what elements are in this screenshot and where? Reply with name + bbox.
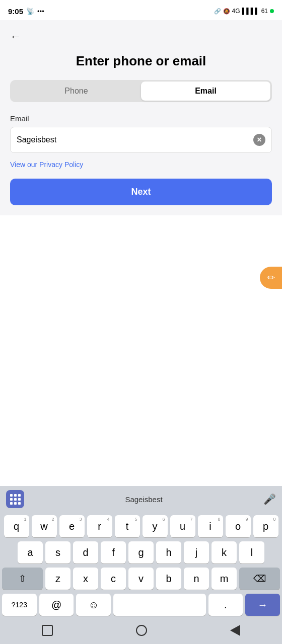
key-v[interactable]: v: [128, 568, 154, 590]
emoji-key[interactable]: ☺: [76, 594, 111, 616]
email-label: Email: [10, 114, 272, 123]
key-l[interactable]: l: [239, 541, 264, 564]
enter-key[interactable]: →: [245, 594, 280, 616]
battery-dot: [270, 9, 274, 13]
status-time: 9:05 📡 •••: [8, 7, 44, 16]
back-button[interactable]: ←: [10, 25, 21, 48]
key-s[interactable]: s: [45, 541, 70, 564]
key-m[interactable]: m: [212, 568, 237, 590]
key-q[interactable]: 1q: [4, 515, 29, 537]
keyboard-suggestion-bar: Sageisbest 🎤: [0, 486, 282, 512]
key-b[interactable]: b: [156, 568, 181, 590]
email-tab[interactable]: Email: [141, 82, 270, 101]
status-icons: 🔗 🔕 4G ▌▌▌▌ 61: [214, 8, 274, 15]
privacy-policy-link[interactable]: View our Privacy Policy: [10, 160, 83, 169]
key-r[interactable]: 4r: [87, 515, 112, 537]
key-t[interactable]: 5t: [115, 515, 140, 537]
phone-email-toggle: Phone Email: [10, 80, 272, 102]
keyboard-rows: 1q 2w 3e 4r 5t 6y 7u 8i 9o 0p a s d f g …: [0, 512, 282, 616]
next-button[interactable]: Next: [10, 179, 272, 205]
key-n[interactable]: n: [184, 568, 209, 590]
keyboard-mic-icon[interactable]: 🎤: [263, 493, 276, 505]
key-g[interactable]: g: [128, 541, 154, 564]
period-key[interactable]: .: [208, 594, 243, 616]
key-row-4: ?123 @ ☺ . →: [2, 594, 280, 616]
key-k[interactable]: k: [212, 541, 237, 564]
clear-input-button[interactable]: [253, 134, 265, 146]
status-bar: 9:05 📡 ••• 🔗 🔕 4G ▌▌▌▌ 61: [0, 0, 282, 20]
nav-back-icon[interactable]: [230, 625, 240, 636]
main-content: ← Enter phone or email Phone Email Email…: [0, 20, 282, 215]
shift-key[interactable]: ⇧: [2, 568, 43, 590]
floating-edit-button[interactable]: ✏: [260, 267, 282, 289]
key-e[interactable]: 3e: [59, 515, 85, 537]
keyboard: Sageisbest 🎤 1q 2w 3e 4r 5t 6y 7u 8i 9o …: [0, 486, 282, 644]
backspace-key[interactable]: ⌫: [239, 568, 280, 590]
key-p[interactable]: 0p: [253, 515, 278, 537]
key-row-2: a s d f g h j k l: [2, 541, 280, 564]
content-spacer: [0, 215, 282, 486]
at-key[interactable]: @: [39, 594, 74, 616]
key-i[interactable]: 8i: [198, 515, 223, 537]
key-z[interactable]: z: [45, 568, 70, 590]
num-toggle-key[interactable]: ?123: [2, 594, 37, 616]
key-j[interactable]: j: [184, 541, 209, 564]
key-h[interactable]: h: [156, 541, 181, 564]
apps-grid-icon: [10, 494, 20, 504]
phone-tab[interactable]: Phone: [12, 82, 141, 101]
battery-level: 61: [261, 8, 268, 15]
nav-home-icon[interactable]: [136, 625, 147, 636]
nav-recents-icon[interactable]: [42, 625, 53, 636]
key-w[interactable]: 2w: [32, 515, 57, 537]
keyboard-apps-icon[interactable]: [6, 490, 24, 508]
email-input-wrapper: [10, 127, 272, 153]
space-key[interactable]: [113, 594, 205, 616]
keyboard-suggestion-text[interactable]: Sageisbest: [24, 495, 263, 504]
key-row-3: ⇧ z x c v b n m ⌫: [2, 568, 280, 590]
key-y[interactable]: 6y: [143, 515, 168, 537]
key-a[interactable]: a: [18, 541, 43, 564]
nav-bar: [0, 620, 282, 644]
key-x[interactable]: x: [73, 568, 98, 590]
back-arrow-icon: ←: [10, 30, 21, 43]
key-row-1: 1q 2w 3e 4r 5t 6y 7u 8i 9o 0p: [2, 515, 280, 537]
key-f[interactable]: f: [101, 541, 126, 564]
page-title: Enter phone or email: [10, 53, 272, 69]
email-section: Email: [10, 114, 272, 153]
key-u[interactable]: 7u: [170, 515, 195, 537]
email-input[interactable]: [17, 127, 253, 152]
key-o[interactable]: 9o: [226, 515, 251, 537]
key-c[interactable]: c: [101, 568, 126, 590]
key-d[interactable]: d: [73, 541, 98, 564]
